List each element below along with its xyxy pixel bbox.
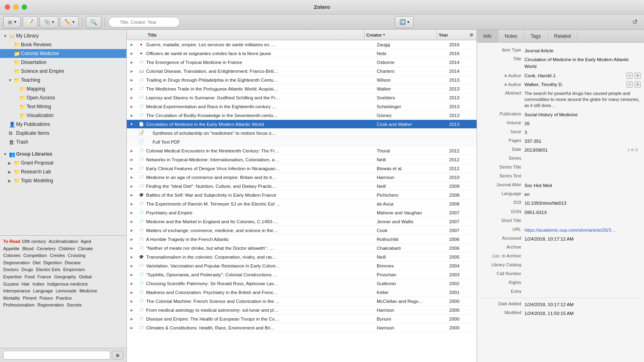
row-expand[interactable]: ▶ (127, 237, 136, 241)
table-row[interactable]: ▼ 📄 Circulation of Medicine in the Early… (127, 120, 477, 129)
tag-item[interactable]: Indies (33, 282, 44, 286)
tag-item[interactable]: Children (58, 246, 75, 251)
language-value[interactable]: en (524, 190, 641, 197)
issn-value[interactable]: 0951-631X (524, 208, 641, 216)
tag-item[interactable]: Medicine (79, 288, 97, 293)
sidebar-item-colonial-medicine[interactable]: 📁 Colonial Medicine (0, 49, 126, 58)
tab-info[interactable]: Info (477, 30, 498, 42)
tag-item[interactable]: Digestion (43, 260, 62, 265)
attach-button[interactable]: 📎 ▾ (39, 16, 58, 28)
tag-to-read[interactable]: To Read (3, 239, 21, 244)
tag-item[interactable]: Creoles (50, 253, 65, 258)
row-expand[interactable]: ▶ (127, 105, 136, 109)
tag-item[interactable]: Acclimatization (49, 239, 78, 244)
series-text-value[interactable] (524, 173, 641, 173)
table-row[interactable]: ▶ 📄 Climates & Constitutions: Health, Ra… (127, 323, 477, 332)
tab-related[interactable]: Related (548, 30, 578, 42)
table-row[interactable]: ▶ 📄 From medical astrology to medical as… (127, 306, 477, 315)
table-row[interactable]: ▶ 📄 "Neither of meate nor drinke, but wh… (127, 244, 477, 253)
row-expand[interactable]: ▶ (127, 78, 136, 82)
row-expand[interactable]: ▶ (127, 158, 136, 162)
tag-item[interactable]: Aged (80, 239, 91, 244)
row-expand[interactable]: ▶ (127, 228, 136, 232)
tab-notes[interactable]: Notes (498, 30, 524, 42)
pencil-button[interactable]: ✏️ ▾ (60, 16, 79, 28)
tag-item[interactable]: Guyane (3, 282, 19, 286)
sidebar-item-visualization[interactable]: 📁 Visualization (0, 111, 126, 120)
tag-item[interactable]: Piment (23, 296, 37, 300)
loc-in-archive-value[interactable] (524, 253, 641, 253)
table-row[interactable]: ▶ 📄 Finding the "Ideal Diet": Nutrition,… (127, 182, 477, 191)
sidebar-item-trash[interactable]: 🗑 Trash (0, 138, 126, 146)
table-row[interactable]: ▶ 📄 Matters of exchange: commerce, medic… (127, 226, 477, 235)
sidebar-item-my-publications[interactable]: 👤 My Publications (0, 120, 126, 129)
author1-minus[interactable]: − (626, 72, 633, 79)
row-expand[interactable]: ▶ (127, 299, 136, 303)
row-expand[interactable]: ▶ (127, 317, 136, 321)
series-value[interactable] (524, 155, 641, 156)
tag-item[interactable]: Intemperance (3, 288, 30, 293)
tag-item[interactable]: Cemetery (37, 246, 56, 251)
tag-item[interactable]: Colonies (3, 253, 21, 258)
tab-tags[interactable]: Tags (524, 30, 547, 42)
row-expand[interactable]: ▶ (127, 326, 136, 330)
issue-value[interactable]: 3 (524, 128, 641, 136)
table-row[interactable]: ▶ 📄 Networks in Tropical Medicine: Inter… (127, 155, 477, 164)
date-value[interactable]: 2013/08/01 (524, 146, 628, 153)
row-expand[interactable]: ▶ (127, 96, 136, 100)
table-row[interactable]: ▶ 📄 Medicine and the Market in England a… (127, 217, 477, 226)
url-value[interactable]: https://academic.oup.com/shm/article/26/… (524, 226, 641, 233)
row-expand[interactable]: ▶ (127, 282, 136, 286)
series-title-value[interactable] (524, 164, 641, 165)
sidebar-item-mapping[interactable]: 📁 Mapping (0, 84, 126, 93)
col-creator-header[interactable]: Creator ▾ (365, 30, 437, 40)
tag-item[interactable]: Secrets (67, 302, 82, 307)
tag-item[interactable]: Indigenous medicine (47, 282, 88, 286)
tag-item[interactable]: Professionalism (3, 302, 35, 307)
sidebar-item-duplicate-items[interactable]: ⧉ Duplicate Items (0, 129, 126, 138)
row-expand[interactable]: ▶ (127, 202, 136, 206)
volume-value[interactable]: 26 (524, 119, 641, 127)
author2-minus[interactable]: − (626, 81, 633, 88)
table-row[interactable]: 📝 Synthesis of scholarship on "medicines… (127, 129, 477, 138)
row-expand[interactable]: ▶ (127, 51, 136, 56)
row-expand[interactable]: ▶ (127, 264, 136, 268)
table-row[interactable]: ▶ 📄 Medical Experimentation and Race in … (127, 102, 477, 111)
row-expand[interactable]: ▶ (127, 308, 136, 312)
table-row[interactable]: ▶ 📄 The Circulation of Bodily Knowledge … (127, 111, 477, 120)
journal-abbr-value[interactable]: Soc Hist Med (524, 181, 641, 189)
table-row[interactable]: ▶ 📄 Colonial Medical Encounters in the N… (127, 146, 477, 155)
sidebar-item-open-access[interactable]: 📁 Open Access (0, 93, 126, 102)
table-row[interactable]: ▶ 🎓 Transnationalism in the colonies: Co… (127, 253, 477, 261)
minimize-button[interactable] (13, 4, 19, 10)
item-type-value[interactable]: Journal Article (524, 47, 641, 54)
row-expand[interactable]: ▶ (127, 184, 136, 188)
row-expand[interactable]: ▶ (127, 211, 136, 215)
tag-item[interactable]: Geography (54, 274, 76, 279)
doi-value[interactable]: 10.1093/shm/hkt013 (524, 199, 641, 206)
author2-plus[interactable]: + (634, 81, 641, 88)
row-expand[interactable]: ▶ (127, 43, 136, 47)
rights-value[interactable] (524, 279, 641, 280)
table-row[interactable]: ▶ 📄 Trading in Drugs through Philadelphi… (127, 76, 477, 84)
row-expand[interactable]: ▶ (127, 69, 136, 73)
sidebar-item-research-lab[interactable]: ▶ 📁 Research Lab (0, 167, 126, 176)
row-expand[interactable]: ▶ (127, 149, 136, 153)
row-expand[interactable]: ▶ (127, 273, 136, 277)
col-year-header[interactable]: Year (437, 30, 466, 40)
row-expand[interactable]: ▶ (127, 175, 136, 179)
search-input[interactable] (108, 17, 180, 27)
locate-button[interactable]: ➡️ ▾ (395, 16, 414, 28)
title-value[interactable]: Circulation of Medicine in the Early Mod… (524, 56, 641, 70)
close-button[interactable] (5, 4, 10, 10)
table-row[interactable]: ▶ 🎓 Battles of the Self: War and Subject… (127, 191, 477, 200)
tag-item[interactable]: Electric Eels (36, 267, 60, 272)
table-row[interactable]: ▶ 📄 Psychiatry and Empire Mahone and Vau… (127, 208, 477, 217)
row-expand[interactable]: ▶ (127, 220, 136, 224)
sidebar-item-grant-proposal[interactable]: ▶ 📁 Grant Proposal (0, 158, 126, 167)
tag-item[interactable]: Expertise (3, 274, 22, 279)
tag-item[interactable]: Regeneration (37, 302, 64, 307)
table-row[interactable]: ▶ 📄 Leprosy and Slavery in Suriname: God… (127, 93, 477, 102)
accessed-value[interactable]: 1/24/2018, 10:17:12 AM (524, 235, 641, 242)
tag-item[interactable]: Mortality (3, 296, 20, 300)
